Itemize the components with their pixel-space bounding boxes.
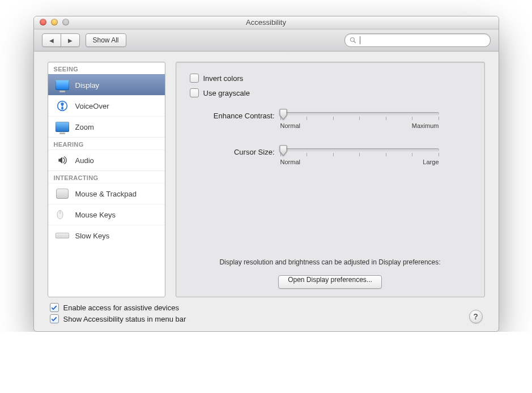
- sidebar-item-zoom[interactable]: Zoom: [48, 116, 165, 137]
- search-icon: [350, 37, 356, 44]
- use-grayscale-row[interactable]: Use grayscale: [190, 88, 471, 97]
- toolbar: ◀ ▶ Show All: [34, 29, 499, 52]
- help-button[interactable]: ?: [469, 310, 483, 323]
- enhance-contrast-slider[interactable]: Normal Maximum: [280, 112, 439, 129]
- text-caret: [360, 36, 360, 44]
- category-sidebar[interactable]: SEEING Display VoiceOver Zoom: [48, 62, 165, 297]
- use-grayscale-checkbox[interactable]: [190, 88, 199, 97]
- trackpad-icon: [55, 187, 70, 200]
- window-title: Accessibility: [246, 18, 286, 27]
- sidebar-item-mouse-trackpad[interactable]: Mouse & Trackpad: [48, 183, 165, 204]
- forward-button[interactable]: ▶: [61, 33, 80, 47]
- invert-colors-label: Invert colors: [203, 74, 244, 83]
- sidebar-heading-seeing: SEEING: [48, 62, 165, 74]
- sidebar-item-label: Mouse Keys: [75, 211, 116, 219]
- titlebar: Accessibility: [34, 16, 499, 29]
- monitor-icon: [55, 121, 70, 133]
- detail-pane: Invert colors Use grayscale Enhance Cont…: [176, 62, 485, 297]
- slider-thumb-icon[interactable]: [279, 145, 287, 156]
- cursor-size-row: Cursor Size: Normal La: [190, 148, 471, 165]
- sidebar-item-display[interactable]: Display: [48, 74, 165, 95]
- cursor-size-label: Cursor Size:: [190, 148, 275, 156]
- slider-max-label: Maximum: [412, 122, 439, 129]
- minimize-window-icon[interactable]: [51, 19, 58, 25]
- cursor-size-slider[interactable]: Normal Large: [280, 148, 439, 165]
- search-field[interactable]: [344, 33, 491, 47]
- sidebar-heading-interacting: INTERACTING: [48, 170, 165, 183]
- sidebar-item-audio[interactable]: Audio: [48, 149, 165, 170]
- sidebar-item-label: Display: [75, 81, 100, 89]
- sidebar-item-label: VoiceOver: [75, 102, 109, 110]
- invert-colors-row[interactable]: Invert colors: [190, 74, 471, 83]
- sidebar-heading-hearing: HEARING: [48, 137, 165, 149]
- use-grayscale-label: Use grayscale: [203, 89, 250, 97]
- enable-assistive-checkbox[interactable]: [50, 303, 59, 312]
- keyboard-icon: [55, 229, 70, 242]
- body: SEEING Display VoiceOver Zoom: [34, 52, 499, 331]
- window-controls: [40, 19, 69, 25]
- slider-max-label: Large: [423, 159, 439, 165]
- chevron-right-icon: ▶: [68, 37, 73, 44]
- sidebar-item-label: Audio: [75, 156, 94, 165]
- enhance-contrast-label: Enhance Contrast:: [190, 112, 275, 120]
- voiceover-icon: [55, 100, 70, 112]
- search-input[interactable]: [364, 36, 486, 45]
- enable-assistive-label: Enable access for assistive devices: [63, 304, 179, 312]
- show-status-menubar-label: Show Accessibility status in menu bar: [63, 315, 186, 323]
- nav-segment: ◀ ▶: [42, 33, 80, 47]
- close-window-icon[interactable]: [40, 19, 46, 25]
- zoom-window-icon[interactable]: [62, 19, 69, 25]
- sidebar-item-mouse-keys[interactable]: Mouse Keys: [48, 204, 165, 225]
- chevron-left-icon: ◀: [49, 37, 54, 44]
- slider-min-label: Normal: [280, 122, 300, 129]
- show-status-menubar-row[interactable]: Show Accessibility status in menu bar: [50, 314, 186, 323]
- display-note: Display resolution and brightness can be…: [190, 258, 471, 266]
- show-all-button[interactable]: Show All: [86, 33, 126, 47]
- sidebar-item-label: Zoom: [75, 123, 94, 131]
- enhance-contrast-row: Enhance Contrast: Normal: [190, 112, 471, 129]
- monitor-icon: [55, 79, 70, 91]
- accessibility-window: Accessibility ◀ ▶ Show All SEEING: [33, 16, 499, 332]
- sidebar-item-voiceover[interactable]: VoiceOver: [48, 95, 165, 116]
- open-display-preferences-button[interactable]: Open Display preferences...: [278, 275, 382, 289]
- invert-colors-checkbox[interactable]: [190, 74, 199, 83]
- show-status-menubar-checkbox[interactable]: [50, 314, 59, 323]
- slider-min-label: Normal: [280, 159, 300, 165]
- footer: Enable access for assistive devices Show…: [48, 303, 485, 323]
- slider-thumb-icon[interactable]: [279, 109, 287, 120]
- sidebar-item-label: Slow Keys: [75, 232, 110, 240]
- sidebar-item-slow-keys[interactable]: Slow Keys: [48, 225, 165, 246]
- svg-line-1: [354, 41, 355, 43]
- speaker-icon: [55, 154, 70, 166]
- back-button[interactable]: ◀: [42, 33, 61, 47]
- mouse-icon: [55, 208, 70, 221]
- enable-assistive-row[interactable]: Enable access for assistive devices: [50, 303, 186, 312]
- sidebar-item-label: Mouse & Trackpad: [75, 190, 137, 198]
